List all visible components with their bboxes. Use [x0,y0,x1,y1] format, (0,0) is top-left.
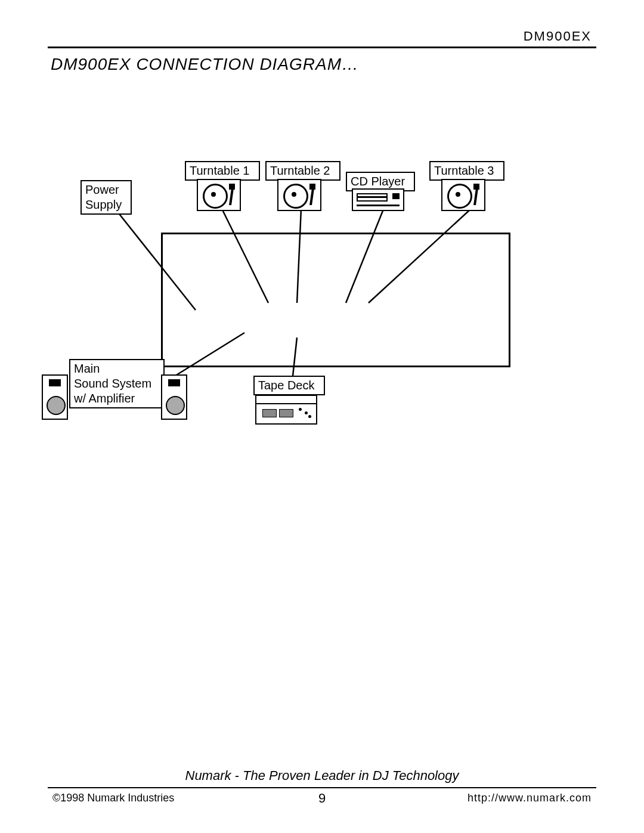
label-main-sound-system: Main Sound System w/ Amplifier [69,359,165,408]
cd-player-icon [352,188,404,211]
svg-line-3 [346,206,385,303]
label-power-supply: Power Supply [80,180,132,215]
turntable-2-icon [277,179,321,211]
label-turntable-3: Turntable 3 [429,161,504,181]
speaker-left-icon [42,374,68,420]
power-supply-line2: Supply [85,198,122,211]
turntable-3-icon [441,179,485,211]
label-turntable-1: Turntable 1 [185,161,260,181]
rule-bottom [48,787,596,788]
turntable-1-icon [197,179,241,211]
page: DM900EX DM900EX CONNECTION DIAGRAM… Turn… [0,0,644,833]
svg-line-6 [292,337,297,382]
main-line1: Main [74,362,100,375]
tape-deck-icon [255,395,317,425]
label-turntable-2: Turntable 2 [265,161,340,181]
svg-line-0 [110,203,196,310]
speaker-right-icon [161,374,187,420]
main-line2: Sound System [74,377,151,390]
svg-line-4 [369,209,471,303]
connection-diagram: Turntable 1 Turntable 2 CD Player Turnta… [48,149,596,459]
label-tape-deck: Tape Deck [253,376,325,395]
power-supply-line1: Power [85,183,119,196]
svg-line-2 [297,209,301,303]
main-line3: w/ Amplifier [74,392,135,405]
page-title: DM900EX CONNECTION DIAGRAM… [51,55,359,74]
svg-line-1 [222,209,268,303]
header-model: DM900EX [524,29,592,44]
footer-url: http://www.numark.com [467,792,592,804]
rule-top [48,47,596,48]
footer-slogan: Numark - The Proven Leader in DJ Technol… [0,768,644,784]
